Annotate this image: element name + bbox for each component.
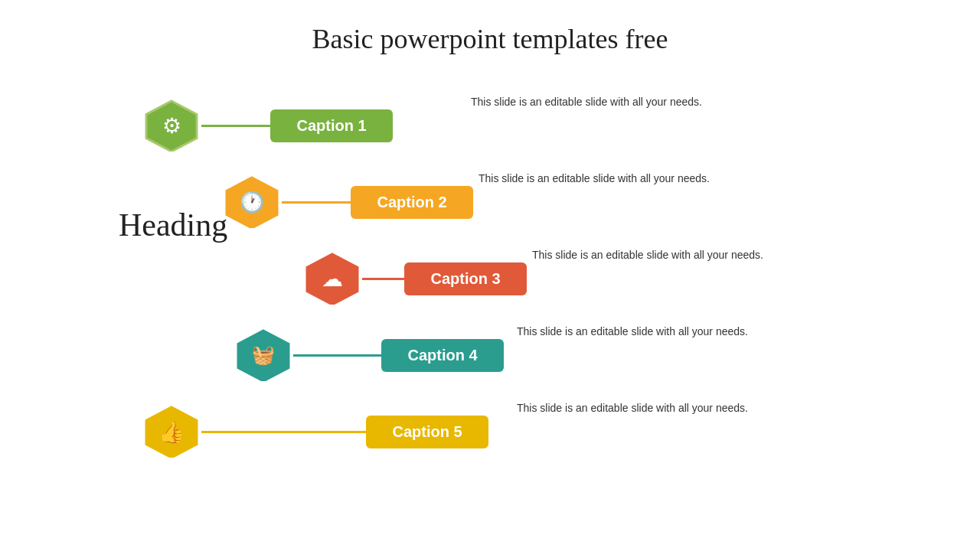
description-2: This slide is an editable slide with all…: [479, 172, 710, 184]
connector-4: [293, 354, 381, 357]
connector-3: [362, 278, 404, 280]
row-item-3: ☁ Caption 3 This slide is an editable sl…: [302, 253, 527, 305]
thumbsup-icon: 👍: [158, 419, 185, 445]
caption-2: Caption 2: [351, 186, 473, 219]
clock-icon: 🕐: [240, 191, 264, 214]
connector-1: [201, 125, 270, 127]
basket-icon: 🧺: [252, 344, 275, 366]
connector-5: [201, 431, 366, 433]
hex-1: ⚙: [142, 99, 201, 152]
hex-5: 👍: [142, 406, 201, 458]
row-item-5: 👍 Caption 5 This slide is an editable sl…: [142, 406, 488, 458]
description-1: This slide is an editable slide with all…: [471, 96, 702, 108]
row-item-2: 🕐 Caption 2 This slide is an editable sl…: [222, 176, 473, 228]
description-3: This slide is an editable slide with all…: [532, 249, 763, 261]
gear-icon: ⚙: [162, 113, 181, 139]
slide-title: Basic powerpoint templates free: [0, 0, 980, 63]
row-item-1: ⚙ Caption 1 This slide is an editable sl…: [142, 99, 393, 152]
cloud-icon: ☁: [322, 266, 343, 292]
hex-2: 🕐: [222, 176, 282, 228]
caption-4: Caption 4: [381, 339, 504, 372]
description-5: This slide is an editable slide with all…: [517, 402, 748, 414]
slide: Basic powerpoint templates free Heading …: [0, 0, 980, 551]
heading: Heading: [119, 207, 227, 243]
caption-3: Caption 3: [404, 262, 527, 295]
caption-1: Caption 1: [270, 109, 393, 142]
connector-2: [282, 201, 351, 204]
hex-4: 🧺: [234, 329, 293, 381]
description-4: This slide is an editable slide with all…: [517, 325, 748, 337]
caption-5: Caption 5: [366, 416, 488, 448]
hex-3: ☁: [302, 253, 362, 305]
row-item-4: 🧺 Caption 4 This slide is an editable sl…: [234, 329, 504, 381]
